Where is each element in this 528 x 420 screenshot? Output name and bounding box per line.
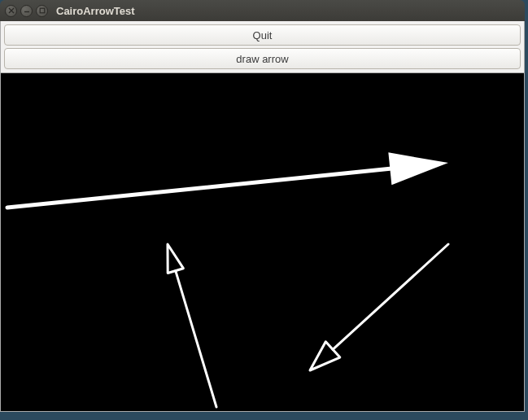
- arrow-down-shaft: [333, 244, 448, 349]
- svg-rect-0: [40, 8, 45, 13]
- application-window: CairoArrowTest Quit draw arrow: [0, 0, 525, 412]
- drawing-canvas: [1, 73, 524, 411]
- arrow-large-shaft: [7, 168, 390, 208]
- draw-arrow-button[interactable]: draw arrow: [4, 48, 521, 69]
- toolbar: Quit draw arrow: [0, 21, 525, 73]
- titlebar: CairoArrowTest: [0, 0, 525, 21]
- arrow-up-shaft: [176, 271, 216, 407]
- arrow-up-head: [168, 244, 183, 273]
- minimize-icon[interactable]: [20, 5, 33, 17]
- close-icon[interactable]: [5, 5, 17, 17]
- quit-button[interactable]: Quit: [4, 24, 521, 46]
- canvas-container: [0, 73, 525, 412]
- arrow-large-head: [388, 152, 448, 185]
- window-controls: [5, 5, 48, 17]
- window-title: CairoArrowTest: [56, 5, 135, 17]
- maximize-icon[interactable]: [36, 5, 48, 17]
